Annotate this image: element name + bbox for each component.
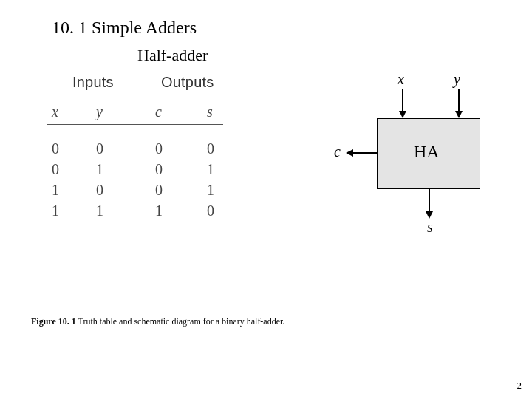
- figure-caption: Figure 10. 1 Truth table and schematic d…: [31, 316, 284, 327]
- table-hline: [47, 124, 223, 125]
- cell: 0: [52, 161, 59, 178]
- cell: 0: [207, 202, 214, 219]
- cell: 1: [96, 202, 103, 219]
- col-s: s: [207, 103, 213, 120]
- ha-block-label: HA: [414, 142, 440, 162]
- subsection-title: Half-adder: [137, 46, 208, 65]
- arrow-x-icon: [399, 111, 406, 118]
- figure-text: Truth table and schematic diagram for a …: [76, 316, 285, 327]
- cell: 1: [52, 182, 59, 199]
- table-vline: [129, 102, 129, 223]
- col-c: c: [155, 103, 162, 120]
- cell: 0: [96, 182, 103, 199]
- arrow-c-icon: [346, 149, 353, 157]
- arrow-y-icon: [455, 111, 463, 118]
- wire-s: [429, 189, 430, 213]
- cell: 0: [52, 140, 59, 157]
- wire-c: [352, 152, 377, 154]
- cell: 1: [207, 161, 214, 178]
- cell: 1: [52, 202, 59, 219]
- arrow-s-icon: [426, 211, 433, 219]
- signal-y-label: y: [454, 71, 460, 88]
- schematic-diagram: HA x y c s: [330, 71, 499, 238]
- cell: 1: [207, 182, 214, 199]
- section-title: 10. 1 Simple Adders: [52, 18, 197, 38]
- header-outputs: Outputs: [161, 74, 214, 91]
- signal-x-label: x: [398, 71, 404, 88]
- col-y: y: [96, 103, 103, 120]
- wire-x: [402, 89, 403, 112]
- cell: 0: [155, 140, 163, 157]
- cell: 1: [155, 202, 163, 219]
- cell: 0: [155, 182, 163, 199]
- header-inputs: Inputs: [72, 74, 114, 91]
- page-number: 2: [517, 380, 522, 392]
- figure-label: Figure 10. 1: [31, 316, 76, 327]
- cell: 0: [155, 161, 163, 178]
- wire-y: [458, 89, 460, 112]
- signal-s-label: s: [427, 219, 433, 236]
- cell: 0: [96, 140, 103, 157]
- cell: 0: [207, 140, 214, 157]
- signal-c-label: c: [334, 143, 341, 160]
- col-x: x: [52, 103, 58, 120]
- cell: 1: [96, 161, 103, 178]
